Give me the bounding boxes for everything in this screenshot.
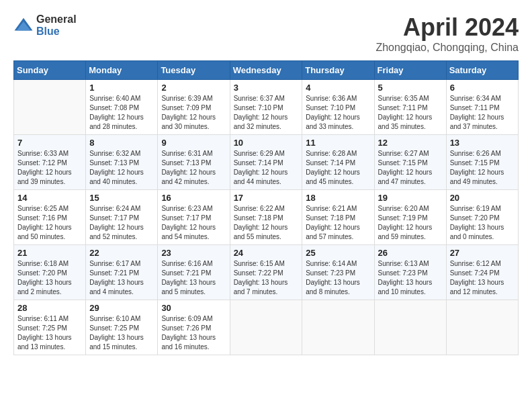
day-info: Sunrise: 6:34 AM Sunset: 7:11 PM Dayligh…: [450, 94, 515, 132]
day-info: Sunrise: 6:17 AM Sunset: 7:21 PM Dayligh…: [89, 259, 154, 297]
calendar-day-cell: 15Sunrise: 6:24 AM Sunset: 7:17 PM Dayli…: [86, 190, 158, 245]
title-area: April 2024 Zhongqiao, Chongqing, China: [375, 13, 519, 54]
calendar-table: SundayMondayTuesdayWednesdayThursdayFrid…: [13, 60, 519, 355]
day-info: Sunrise: 6:31 AM Sunset: 7:13 PM Dayligh…: [161, 149, 226, 187]
calendar-day-cell: 13Sunrise: 6:26 AM Sunset: 7:15 PM Dayli…: [446, 135, 518, 190]
day-number: 3: [234, 83, 299, 93]
calendar-day-cell: 24Sunrise: 6:15 AM Sunset: 7:22 PM Dayli…: [230, 245, 302, 300]
day-info: Sunrise: 6:18 AM Sunset: 7:20 PM Dayligh…: [17, 259, 82, 297]
location-title: Zhongqiao, Chongqing, China: [375, 42, 519, 54]
calendar-day-cell: 10Sunrise: 6:29 AM Sunset: 7:14 PM Dayli…: [230, 135, 302, 190]
day-info: Sunrise: 6:10 AM Sunset: 7:25 PM Dayligh…: [89, 314, 154, 352]
calendar-day-cell: 11Sunrise: 6:28 AM Sunset: 7:14 PM Dayli…: [302, 135, 374, 190]
logo-icon: [13, 15, 34, 36]
day-number: 19: [378, 193, 443, 203]
day-number: 22: [89, 248, 154, 258]
day-info: Sunrise: 6:21 AM Sunset: 7:18 PM Dayligh…: [306, 204, 370, 242]
day-number: 28: [17, 303, 82, 313]
day-info: Sunrise: 6:40 AM Sunset: 7:08 PM Dayligh…: [89, 94, 154, 132]
calendar-day-cell: [14, 80, 86, 135]
logo-blue-text: Blue: [36, 26, 77, 38]
calendar-week-row: 21Sunrise: 6:18 AM Sunset: 7:20 PM Dayli…: [14, 245, 519, 300]
day-info: Sunrise: 6:19 AM Sunset: 7:20 PM Dayligh…: [450, 204, 515, 242]
calendar-day-cell: 27Sunrise: 6:12 AM Sunset: 7:24 PM Dayli…: [446, 245, 518, 300]
calendar-day-cell: 14Sunrise: 6:25 AM Sunset: 7:16 PM Dayli…: [14, 190, 86, 245]
calendar-header-row: SundayMondayTuesdayWednesdayThursdayFrid…: [14, 61, 519, 80]
day-number: 10: [234, 138, 299, 148]
day-number: 23: [161, 248, 226, 258]
calendar-day-cell: 26Sunrise: 6:13 AM Sunset: 7:23 PM Dayli…: [374, 245, 446, 300]
day-info: Sunrise: 6:09 AM Sunset: 7:26 PM Dayligh…: [161, 314, 226, 352]
day-number: 6: [450, 83, 515, 93]
calendar-day-cell: 25Sunrise: 6:14 AM Sunset: 7:23 PM Dayli…: [302, 245, 374, 300]
logo-text: General Blue: [36, 13, 77, 37]
calendar-day-cell: 17Sunrise: 6:22 AM Sunset: 7:18 PM Dayli…: [230, 190, 302, 245]
day-info: Sunrise: 6:26 AM Sunset: 7:15 PM Dayligh…: [450, 149, 515, 187]
month-title: April 2024: [375, 13, 519, 42]
day-number: 7: [17, 138, 82, 148]
day-number: 26: [378, 248, 443, 258]
day-info: Sunrise: 6:37 AM Sunset: 7:10 PM Dayligh…: [234, 94, 299, 132]
day-info: Sunrise: 6:24 AM Sunset: 7:17 PM Dayligh…: [89, 204, 154, 242]
day-number: 5: [378, 83, 443, 93]
calendar-day-cell: [230, 300, 302, 355]
day-number: 20: [450, 193, 515, 203]
day-number: 11: [306, 138, 370, 148]
day-info: Sunrise: 6:25 AM Sunset: 7:16 PM Dayligh…: [17, 204, 82, 242]
calendar-day-cell: 28Sunrise: 6:11 AM Sunset: 7:25 PM Dayli…: [14, 300, 86, 355]
day-number: 1: [89, 83, 154, 93]
day-number: 14: [17, 193, 82, 203]
day-number: 18: [306, 193, 370, 203]
header: General Blue April 2024 Zhongqiao, Chong…: [13, 13, 519, 54]
weekday-header-saturday: Saturday: [446, 61, 518, 80]
calendar-day-cell: 4Sunrise: 6:36 AM Sunset: 7:10 PM Daylig…: [302, 80, 374, 135]
day-info: Sunrise: 6:14 AM Sunset: 7:23 PM Dayligh…: [306, 259, 370, 297]
calendar-day-cell: 30Sunrise: 6:09 AM Sunset: 7:26 PM Dayli…: [158, 300, 230, 355]
calendar-day-cell: [446, 300, 518, 355]
calendar-day-cell: 22Sunrise: 6:17 AM Sunset: 7:21 PM Dayli…: [86, 245, 158, 300]
weekday-header-monday: Monday: [86, 61, 158, 80]
calendar-day-cell: 23Sunrise: 6:16 AM Sunset: 7:21 PM Dayli…: [158, 245, 230, 300]
calendar-day-cell: 20Sunrise: 6:19 AM Sunset: 7:20 PM Dayli…: [446, 190, 518, 245]
calendar-day-cell: 1Sunrise: 6:40 AM Sunset: 7:08 PM Daylig…: [86, 80, 158, 135]
day-info: Sunrise: 6:32 AM Sunset: 7:13 PM Dayligh…: [89, 149, 154, 187]
weekday-header-thursday: Thursday: [302, 61, 374, 80]
day-info: Sunrise: 6:20 AM Sunset: 7:19 PM Dayligh…: [378, 204, 443, 242]
calendar-day-cell: 19Sunrise: 6:20 AM Sunset: 7:19 PM Dayli…: [374, 190, 446, 245]
calendar-day-cell: 5Sunrise: 6:35 AM Sunset: 7:11 PM Daylig…: [374, 80, 446, 135]
logo-general-text: General: [36, 13, 77, 26]
calendar-week-row: 1Sunrise: 6:40 AM Sunset: 7:08 PM Daylig…: [14, 80, 519, 135]
day-info: Sunrise: 6:12 AM Sunset: 7:24 PM Dayligh…: [450, 259, 515, 297]
day-number: 12: [378, 138, 443, 148]
day-number: 21: [17, 248, 82, 258]
logo: General Blue: [13, 13, 77, 37]
calendar-day-cell: 18Sunrise: 6:21 AM Sunset: 7:18 PM Dayli…: [302, 190, 374, 245]
calendar-day-cell: 9Sunrise: 6:31 AM Sunset: 7:13 PM Daylig…: [158, 135, 230, 190]
day-info: Sunrise: 6:35 AM Sunset: 7:11 PM Dayligh…: [378, 94, 443, 132]
day-info: Sunrise: 6:23 AM Sunset: 7:17 PM Dayligh…: [161, 204, 226, 242]
day-info: Sunrise: 6:39 AM Sunset: 7:09 PM Dayligh…: [161, 94, 226, 132]
calendar-day-cell: 29Sunrise: 6:10 AM Sunset: 7:25 PM Dayli…: [86, 300, 158, 355]
calendar-day-cell: 12Sunrise: 6:27 AM Sunset: 7:15 PM Dayli…: [374, 135, 446, 190]
day-number: 17: [234, 193, 299, 203]
day-number: 16: [161, 193, 226, 203]
calendar-day-cell: 3Sunrise: 6:37 AM Sunset: 7:10 PM Daylig…: [230, 80, 302, 135]
day-number: 15: [89, 193, 154, 203]
calendar-day-cell: 2Sunrise: 6:39 AM Sunset: 7:09 PM Daylig…: [158, 80, 230, 135]
day-number: 2: [161, 83, 226, 93]
calendar-week-row: 28Sunrise: 6:11 AM Sunset: 7:25 PM Dayli…: [14, 300, 519, 355]
day-number: 30: [161, 303, 226, 313]
day-number: 29: [89, 303, 154, 313]
day-info: Sunrise: 6:16 AM Sunset: 7:21 PM Dayligh…: [161, 259, 226, 297]
day-info: Sunrise: 6:11 AM Sunset: 7:25 PM Dayligh…: [17, 314, 82, 352]
day-number: 27: [450, 248, 515, 258]
day-info: Sunrise: 6:15 AM Sunset: 7:22 PM Dayligh…: [234, 259, 299, 297]
day-number: 9: [161, 138, 226, 148]
calendar-day-cell: 8Sunrise: 6:32 AM Sunset: 7:13 PM Daylig…: [86, 135, 158, 190]
day-number: 13: [450, 138, 515, 148]
calendar-day-cell: 7Sunrise: 6:33 AM Sunset: 7:12 PM Daylig…: [14, 135, 86, 190]
calendar-day-cell: 6Sunrise: 6:34 AM Sunset: 7:11 PM Daylig…: [446, 80, 518, 135]
weekday-header-sunday: Sunday: [14, 61, 86, 80]
day-info: Sunrise: 6:27 AM Sunset: 7:15 PM Dayligh…: [378, 149, 443, 187]
day-info: Sunrise: 6:22 AM Sunset: 7:18 PM Dayligh…: [234, 204, 299, 242]
